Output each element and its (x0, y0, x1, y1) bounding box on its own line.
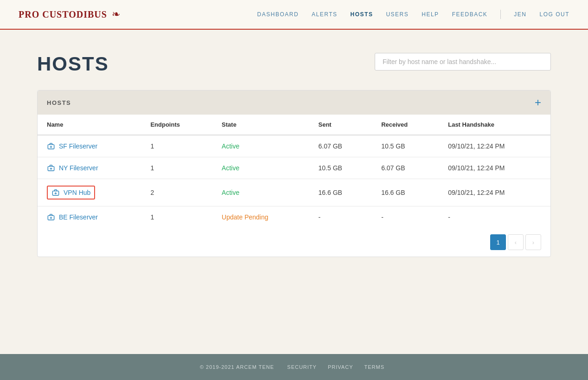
cell-last-handshake: 09/10/21, 12:24 PM (439, 179, 550, 206)
hosts-table: Name Endpoints State Sent Received Last … (38, 115, 550, 228)
panel-header: HOSTS + (38, 90, 550, 115)
nav-hosts[interactable]: HOSTS (351, 11, 373, 18)
table-head: Name Endpoints State Sent Received Last … (38, 115, 550, 135)
host-icon (51, 188, 60, 197)
col-received: Received (372, 115, 439, 135)
table-body: SF Fileserver1Active6.07 GB10.5 GB09/10/… (38, 135, 550, 228)
table-row: VPN Hub2Active16.6 GB16.6 GB09/10/21, 12… (38, 179, 550, 206)
nav-divider (500, 10, 501, 19)
cell-endpoints: 1 (141, 157, 212, 179)
cell-endpoints: 1 (141, 206, 212, 228)
table-row: SF Fileserver1Active6.07 GB10.5 GB09/10/… (38, 135, 550, 157)
nav-user[interactable]: JEN (514, 11, 526, 18)
panel-title: HOSTS (47, 99, 71, 106)
cell-state: Active (212, 179, 309, 206)
cell-received: 16.6 GB (372, 179, 439, 206)
nav-dashboard[interactable]: DASHBOARD (257, 11, 299, 18)
host-icon (47, 164, 55, 172)
col-last-handshake: Last Handshake (439, 115, 550, 135)
cell-name: VPN Hub (38, 179, 141, 206)
nav-feedback[interactable]: FEEDBACK (452, 11, 488, 18)
cell-received: 6.07 GB (372, 157, 439, 179)
cell-sent: - (309, 206, 372, 228)
host-name: NY Fileserver (59, 164, 98, 172)
nav-users[interactable]: USERS (386, 11, 409, 18)
host-icon (47, 142, 55, 150)
nav-help[interactable]: HELP (422, 11, 439, 18)
header: PRO CUSTODIBUS ❧ DASHBOARD ALERTS HOSTS … (0, 0, 588, 30)
cell-sent: 16.6 GB (309, 179, 372, 206)
host-link-be-fileserver[interactable]: BE Fileserver (47, 213, 132, 221)
logo-icon: ❧ (112, 8, 120, 20)
page-header: HOSTS (37, 53, 551, 75)
footer-terms[interactable]: TERMS (364, 364, 385, 370)
pagination: 1 ‹ › (38, 228, 550, 257)
col-endpoints: Endpoints (141, 115, 212, 135)
cell-last-handshake: - (439, 206, 550, 228)
main-nav: DASHBOARD ALERTS HOSTS USERS HELP FEEDBA… (257, 10, 569, 19)
cell-state: Active (212, 157, 309, 179)
cell-endpoints: 1 (141, 135, 212, 157)
table-header-row: Name Endpoints State Sent Received Last … (38, 115, 550, 135)
cell-state: Active (212, 135, 309, 157)
hosts-panel: HOSTS + Name Endpoints State Sent Receiv… (37, 90, 551, 257)
col-sent: Sent (309, 115, 372, 135)
host-name: BE Fileserver (59, 213, 98, 221)
next-page-button[interactable]: › (525, 234, 541, 250)
nav-logout[interactable]: LOG OUT (539, 11, 569, 18)
app-name: PRO CUSTODIBUS (19, 9, 107, 20)
host-link-vpn-hub[interactable]: VPN Hub (47, 186, 95, 200)
cell-received: 10.5 GB (372, 135, 439, 157)
nav-alerts[interactable]: ALERTS (312, 11, 337, 18)
add-host-button[interactable]: + (535, 97, 541, 108)
cell-name: SF Fileserver (38, 135, 141, 157)
host-name: VPN Hub (64, 189, 90, 196)
col-state: State (212, 115, 309, 135)
logo: PRO CUSTODIBUS ❧ (19, 8, 120, 20)
col-name: Name (38, 115, 141, 135)
footer-security[interactable]: SECURITY (287, 364, 317, 370)
filter-input[interactable] (375, 53, 551, 71)
cell-sent: 10.5 GB (309, 157, 372, 179)
cell-sent: 6.07 GB (309, 135, 372, 157)
cell-name: NY Fileserver (38, 157, 141, 179)
table-row: BE Fileserver1Update Pending--- (38, 206, 550, 228)
main-content: HOSTS HOSTS + Name Endpoints State Sent … (0, 30, 588, 354)
footer-privacy[interactable]: PRIVACY (328, 364, 353, 370)
prev-page-button[interactable]: ‹ (508, 234, 524, 250)
page-1-button[interactable]: 1 (490, 234, 506, 250)
host-icon (47, 213, 55, 221)
cell-last-handshake: 09/10/21, 12:24 PM (439, 135, 550, 157)
cell-name: BE Fileserver (38, 206, 141, 228)
cell-state: Update Pending (212, 206, 309, 228)
footer: © 2019-2021 ARCEM TENE SECURITY PRIVACY … (0, 354, 588, 380)
copyright: © 2019-2021 ARCEM TENE (200, 364, 274, 370)
page-title: HOSTS (37, 53, 109, 75)
host-link-sf-fileserver[interactable]: SF Fileserver (47, 142, 132, 150)
table-row: NY Fileserver1Active10.5 GB6.07 GB09/10/… (38, 157, 550, 179)
cell-received: - (372, 206, 439, 228)
host-link-ny-fileserver[interactable]: NY Fileserver (47, 164, 132, 172)
cell-last-handshake: 09/10/21, 12:24 PM (439, 157, 550, 179)
cell-endpoints: 2 (141, 179, 212, 206)
host-name: SF Fileserver (59, 142, 97, 150)
